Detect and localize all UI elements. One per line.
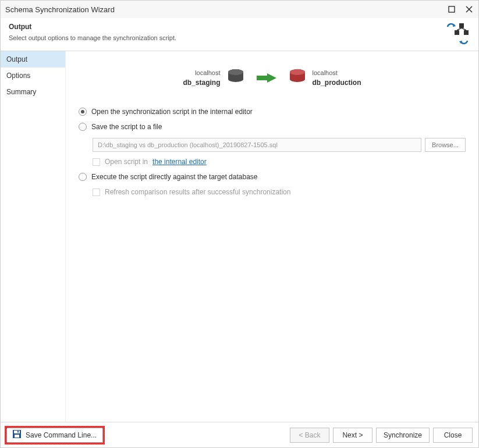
maximize-icon[interactable] <box>447 5 456 14</box>
footer: Save Command Line... < Back Next > Synch… <box>1 422 478 447</box>
wizard-body: Output Options Summary localhost db_stag… <box>1 51 478 422</box>
option-label: Execute the script directly against the … <box>91 173 258 181</box>
sidebar-item-output[interactable]: Output <box>1 51 65 67</box>
internal-editor-link[interactable]: the internal editor <box>152 158 207 166</box>
svg-rect-0 <box>449 6 455 12</box>
svg-rect-5 <box>464 30 469 35</box>
svg-line-7 <box>462 28 466 30</box>
wizard-window: Schema Synchronization Wizard Output Sel… <box>0 0 479 448</box>
target-host: localhost <box>313 69 361 76</box>
close-icon[interactable] <box>464 5 474 14</box>
svg-point-14 <box>290 69 305 75</box>
option-label: Open the synchronization script in the i… <box>91 108 253 116</box>
sidebar-item-options[interactable]: Options <box>1 67 65 84</box>
target-name: db_production <box>313 79 361 87</box>
save-command-line-button[interactable]: Save Command Line... <box>6 428 103 443</box>
subheader-text: Output Select output options to manage t… <box>9 23 438 41</box>
database-icon <box>226 69 245 87</box>
option-execute-direct[interactable]: Execute the script directly against the … <box>79 173 466 181</box>
source-name: db_staging <box>183 79 220 87</box>
option-open-script-in: Open script in the internal editor <box>93 158 466 166</box>
synchronize-button[interactable]: Synchronize <box>376 428 430 443</box>
svg-rect-3 <box>459 23 464 28</box>
sidebar: Output Options Summary <box>1 51 66 422</box>
file-path-row: D:\db_staging vs db_production (localhos… <box>93 138 466 152</box>
file-path-input[interactable]: D:\db_staging vs db_production (localhos… <box>93 138 421 152</box>
option-open-internal[interactable]: Open the synchronization script in the i… <box>79 108 466 116</box>
source-db-label: localhost db_staging <box>183 69 220 87</box>
source-db-block: localhost db_staging <box>183 69 244 87</box>
option-save-file[interactable]: Save the script to a file <box>79 123 466 131</box>
radio-open-internal[interactable] <box>79 108 87 116</box>
sidebar-item-label: Options <box>6 72 30 80</box>
next-button[interactable]: Next > <box>333 428 372 443</box>
subheader-title: Output <box>9 23 438 31</box>
sidebar-item-label: Output <box>6 55 27 63</box>
svg-marker-12 <box>257 73 276 83</box>
subheader-description: Select output options to manage the sync… <box>9 34 438 41</box>
svg-rect-16 <box>14 431 20 433</box>
svg-point-11 <box>228 69 243 75</box>
target-db-block: localhost db_production <box>288 69 361 87</box>
sidebar-item-summary[interactable]: Summary <box>1 84 65 100</box>
main-panel: localhost db_staging <box>66 51 478 422</box>
titlebar: Schema Synchronization Wizard <box>1 1 478 18</box>
radio-execute[interactable] <box>79 173 87 181</box>
save-cmd-label: Save Command Line... <box>26 431 97 439</box>
svg-rect-4 <box>455 30 459 35</box>
close-button[interactable]: Close <box>433 428 473 443</box>
svg-line-6 <box>457 28 462 30</box>
checkbox-refresh <box>93 189 100 196</box>
window-controls <box>447 5 474 14</box>
arrow-right-icon <box>257 73 276 83</box>
back-button: < Back <box>290 428 329 443</box>
radio-save-file[interactable] <box>79 123 87 131</box>
sidebar-item-label: Summary <box>6 88 36 96</box>
subheader: Output Select output options to manage t… <box>1 18 478 51</box>
source-host: localhost <box>183 69 220 76</box>
database-icon <box>288 69 307 87</box>
window-title: Schema Synchronization Wizard <box>5 5 115 14</box>
browse-button[interactable]: Browse... <box>425 138 466 152</box>
refresh-label: Refresh comparison results after success… <box>105 188 290 196</box>
svg-rect-18 <box>17 431 19 433</box>
target-db-label: localhost db_production <box>313 69 361 87</box>
checkbox-open-in <box>93 158 100 166</box>
sync-diagram-icon <box>443 23 470 45</box>
svg-rect-17 <box>15 435 19 438</box>
open-in-prefix: Open script in <box>105 158 148 166</box>
option-label: Save the script to a file <box>91 123 162 131</box>
option-refresh-results: Refresh comparison results after success… <box>93 188 466 196</box>
floppy-icon <box>13 430 21 440</box>
database-flow: localhost db_staging <box>79 69 466 87</box>
